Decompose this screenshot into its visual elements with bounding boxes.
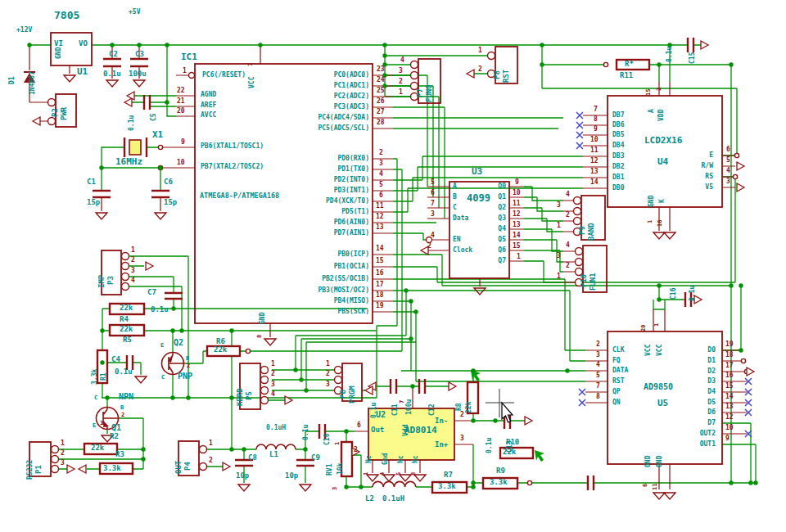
label-c: C xyxy=(453,205,457,211)
label-aref: AREF xyxy=(201,102,216,109)
label-3: 3 xyxy=(460,435,464,442)
label-r3: R3 xyxy=(115,451,124,458)
c6-plates xyxy=(151,191,169,197)
label-p2: P2 xyxy=(52,108,59,117)
label-22: 22 xyxy=(177,88,185,94)
wire-junction xyxy=(229,395,233,399)
label-pwr: PWR xyxy=(61,107,68,120)
label-r9: R9 xyxy=(496,467,505,475)
label-r11: R11 xyxy=(620,72,633,79)
label-p9: P9 xyxy=(579,226,586,235)
label-2: 2 xyxy=(427,243,431,250)
label-c15: C15 xyxy=(689,52,696,64)
label-ic1: IC1 xyxy=(181,52,197,61)
label-1: 1 xyxy=(271,361,275,367)
label-pc3-adc3-: PC3(ADC3) xyxy=(334,104,369,110)
label-c16: C16 xyxy=(671,288,677,300)
ground-symbol-icon xyxy=(135,376,147,383)
label-2: 2 xyxy=(131,257,135,264)
c2-plates xyxy=(103,59,121,66)
label-13: 13 xyxy=(513,222,521,228)
label-4: 4 xyxy=(271,391,275,398)
label-2: 2 xyxy=(121,413,124,418)
label-4099: 4099 xyxy=(467,193,490,203)
wire-junction xyxy=(413,309,418,313)
label-p8: P8 xyxy=(494,70,501,79)
ground-symbol-icon xyxy=(64,75,75,82)
label-22k: 22k xyxy=(503,449,516,456)
label-pd0-rx0-: PD0(RX0) xyxy=(337,156,369,162)
label-p7: P7 xyxy=(417,88,424,97)
wire-junction xyxy=(165,100,169,104)
label-1: 1 xyxy=(335,442,341,445)
label-0-1u: 0.1u xyxy=(486,438,493,453)
label-c6: C6 xyxy=(164,178,173,186)
wire-junction xyxy=(100,360,104,364)
label-q6: Q6 xyxy=(498,247,506,254)
label-l2: L2 xyxy=(365,495,374,503)
label-14: 14 xyxy=(376,246,384,252)
label-2: 2 xyxy=(566,263,570,269)
ground-symbol-icon xyxy=(133,80,145,87)
label-4: 4 xyxy=(431,232,435,239)
label-10p: 10p xyxy=(236,472,249,480)
ground-symbol-icon xyxy=(653,232,665,239)
label-pc6-reset-: PC6(/RESET) xyxy=(202,72,246,79)
label-17: 17 xyxy=(725,363,734,369)
label--12v: +12V xyxy=(16,27,32,34)
label-10p: 10p xyxy=(285,472,298,480)
ground-symbol-icon xyxy=(367,475,378,481)
label-100u: 100u xyxy=(129,70,147,78)
label-3-3k: 3.3k xyxy=(103,465,121,472)
label-14: 14 xyxy=(725,394,734,400)
label-gnd: GND xyxy=(648,196,655,207)
label-pb5-sck-: PB5(SCK) xyxy=(337,309,369,315)
label-5: 5 xyxy=(431,179,435,186)
wire-junction xyxy=(165,43,169,47)
label-p1: P1 xyxy=(35,465,43,474)
label-26: 26 xyxy=(377,98,385,105)
label-p5: P5 xyxy=(246,391,253,400)
label-r-: R* xyxy=(625,61,634,68)
wire-junction xyxy=(729,480,733,485)
label-d0: D0 xyxy=(707,347,716,354)
ground-symbol-icon xyxy=(653,493,665,499)
wire-junction xyxy=(382,43,386,47)
label-d3: D3 xyxy=(707,378,716,385)
label-7805: 7805 xyxy=(54,10,79,20)
ground-symbol-icon xyxy=(238,485,250,491)
label-vcc: VCC xyxy=(657,345,663,356)
label-db7: DB7 xyxy=(612,112,624,119)
schematic-canvas[interactable]: +12V7805VIVOGNDU1D11N4007P2PWRC20.1uC310… xyxy=(0,0,786,532)
label-lcd2x16: LCD2X16 xyxy=(644,136,682,145)
label-out1: OUT1 xyxy=(700,441,716,448)
label-q2: Q2 xyxy=(174,339,183,347)
label-3: 3 xyxy=(61,460,65,467)
port-arrow-right-icon xyxy=(67,465,75,473)
label-12: 12 xyxy=(725,414,734,421)
label-23: 23 xyxy=(377,66,385,73)
label-13: 13 xyxy=(590,169,599,175)
label-6: 6 xyxy=(431,190,435,196)
label-12: 12 xyxy=(376,214,384,220)
label-22k: 22k xyxy=(120,304,133,312)
label-8: 8 xyxy=(596,394,600,400)
label-pb4-miso-: PB4(MISO) xyxy=(334,298,369,304)
label-12: 12 xyxy=(590,158,599,165)
wire-junction xyxy=(179,328,183,332)
label-9: 9 xyxy=(725,435,730,442)
wire-junction xyxy=(304,388,308,392)
port-arrow-left-icon xyxy=(33,117,40,125)
label-15: 15 xyxy=(513,243,521,250)
label-8: 8 xyxy=(257,335,263,338)
label-db0: DB0 xyxy=(612,185,624,192)
ground-symbol-icon xyxy=(664,232,675,239)
port-arrow-right-icon xyxy=(146,262,153,270)
label-9: 9 xyxy=(181,139,185,146)
label-0-1u: 0.1u xyxy=(129,115,135,131)
label-npn: NPN xyxy=(119,393,133,401)
label-pd2-int0-: PD2(INT0) xyxy=(334,177,369,183)
label-e: E xyxy=(709,152,713,159)
port-arrow-left-icon xyxy=(79,465,86,473)
label-pb0-icp-: PB0(ICP) xyxy=(337,251,369,258)
